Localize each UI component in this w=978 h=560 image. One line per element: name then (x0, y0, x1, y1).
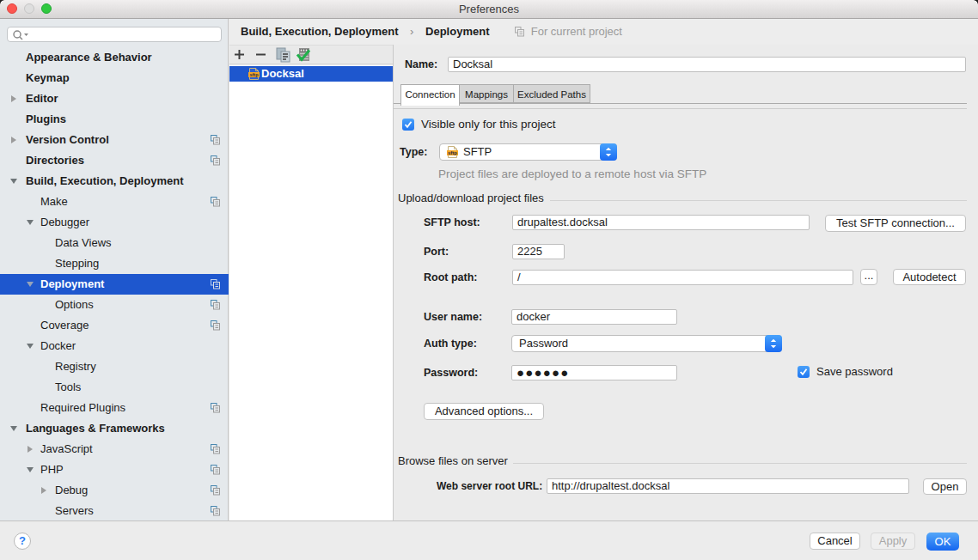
svg-text:sftp: sftp (448, 150, 457, 155)
svg-text:sftp: sftp (249, 72, 259, 77)
